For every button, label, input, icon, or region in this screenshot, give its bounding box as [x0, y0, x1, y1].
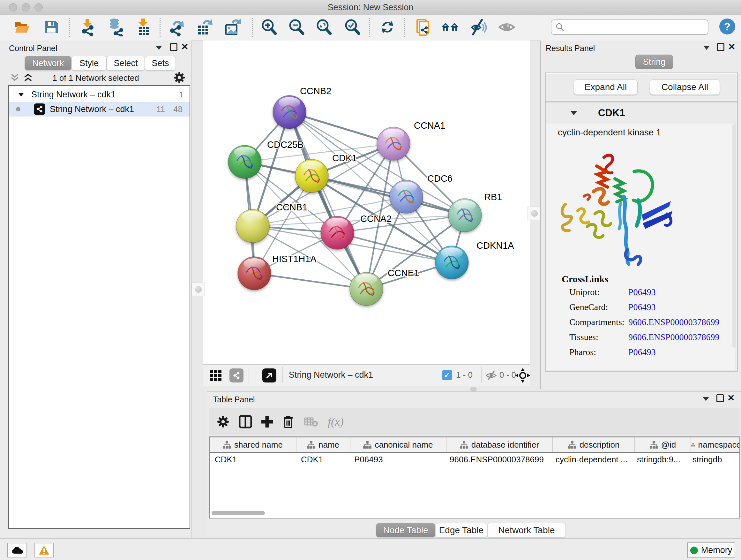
node-CCNA1[interactable] [377, 127, 410, 160]
node-CCNB1[interactable] [236, 209, 269, 243]
entry-collapse-icon[interactable] [570, 111, 577, 115]
left-splitter-handle[interactable] [192, 283, 205, 296]
network-options-gear-icon[interactable] [173, 71, 186, 84]
edge-HIST1H1A-CCNE1[interactable] [254, 273, 366, 289]
edge-RB1-CCNB1[interactable] [253, 215, 465, 226]
node-CCNA2[interactable] [321, 216, 354, 249]
share-document-icon[interactable] [414, 17, 434, 37]
column-header-shared-name[interactable]: shared name [210, 437, 296, 452]
table-horizontal-scrollbar[interactable] [212, 511, 265, 515]
collapse-all-networks-icon[interactable] [10, 72, 20, 83]
hide-eye-icon[interactable] [469, 17, 489, 37]
save-session-icon[interactable] [42, 17, 61, 37]
tab-network[interactable]: Network [24, 56, 71, 71]
refresh-icon[interactable] [378, 17, 397, 37]
node-CDC6[interactable] [390, 180, 423, 213]
column-header-name[interactable]: name [296, 437, 350, 452]
node-CCNB2[interactable] [273, 96, 306, 129]
results-scrollbar[interactable] [732, 124, 736, 348]
cell-database-identifier[interactable]: 9606.ENSP00000378699 [445, 453, 550, 466]
fit-content-crosshair-icon[interactable] [515, 368, 530, 383]
network-row-selected[interactable]: String Network – cdk1 11 48 [9, 102, 190, 117]
delete-column-icon[interactable] [281, 415, 295, 429]
collapse-all-button[interactable]: Collapse All [650, 79, 720, 95]
export-network-icon[interactable] [168, 17, 188, 37]
open-in-new-window-icon[interactable] [262, 368, 276, 382]
network-canvas[interactable]: CCNB2CCNA1CDC25BCDK1CDC6RB1CCNB1CCNA2CDK… [203, 41, 530, 364]
search-field[interactable] [551, 19, 709, 35]
search-input[interactable] [567, 22, 708, 32]
crosslink-link[interactable]: P06493 [628, 302, 656, 312]
cell-description[interactable]: cyclin-dependent ... [550, 453, 632, 466]
control-panel-float-icon[interactable] [170, 43, 178, 51]
selected-checkbox[interactable]: ✓ [442, 370, 452, 380]
tab-select[interactable]: Select [107, 56, 145, 71]
tab-string[interactable]: String [635, 55, 673, 69]
hidden-eye-icon[interactable] [485, 370, 497, 381]
results-panel-menu-icon[interactable] [703, 46, 710, 50]
node-CDK1[interactable] [295, 159, 328, 192]
node-CDKN1A[interactable] [435, 246, 468, 279]
network-collection-row[interactable]: String Network – cdk1 1 [9, 87, 190, 102]
crosslink-link[interactable]: 9606.ENSP00000378699 [628, 317, 719, 327]
node-CDC25B[interactable] [228, 145, 261, 179]
open-session-icon[interactable] [12, 17, 32, 37]
column-header-@id[interactable]: @id [635, 437, 691, 452]
export-image-icon[interactable] [222, 17, 242, 37]
add-column-icon[interactable] [260, 415, 274, 429]
node-CCNE1[interactable] [350, 272, 383, 306]
right-splitter-handle[interactable] [528, 206, 541, 220]
entry-header[interactable]: CDK1 [546, 103, 737, 124]
zoom-out-icon[interactable] [286, 17, 307, 37]
column-header-canonical-name[interactable]: canonical name [350, 437, 447, 452]
cell-namespace[interactable]: stringdb [687, 453, 737, 466]
cell-@id[interactable]: stringdb:9... [632, 453, 687, 466]
tab-sets[interactable]: Sets [145, 56, 176, 71]
column-header-description[interactable]: description [553, 437, 635, 452]
crosslink-link[interactable]: P06493 [628, 347, 656, 357]
bottom-splitter-handle[interactable] [470, 387, 477, 391]
expand-all-networks-icon[interactable] [23, 72, 33, 83]
table-panel-float-icon[interactable] [717, 394, 724, 402]
import-table-file-icon[interactable] [133, 17, 153, 37]
crosslink-link[interactable]: P06493 [628, 287, 656, 297]
crosslink-link[interactable]: 9606.ENSP00000378699 [628, 332, 719, 342]
zoom-selected-icon[interactable] [342, 17, 362, 37]
tab-node-table[interactable]: Node Table [376, 523, 435, 538]
tab-style[interactable]: Style [71, 56, 107, 71]
home-icon[interactable] [441, 17, 460, 37]
results-panel-close-icon[interactable]: ✕ [728, 43, 735, 51]
node-RB1[interactable] [448, 199, 482, 232]
import-network-file-icon[interactable] [77, 17, 97, 37]
table-panel-menu-icon[interactable] [703, 397, 709, 401]
table-row[interactable]: CDK1CDK1P064939606.ENSP00000378699cyclin… [210, 453, 739, 466]
control-panel-menu-icon[interactable] [156, 46, 162, 50]
tab-network-table[interactable]: Network Table [487, 523, 566, 538]
zoom-fit-icon[interactable] [314, 17, 334, 37]
warnings-button[interactable] [35, 543, 54, 557]
help-button[interactable]: ? [719, 18, 735, 35]
table-gear-icon[interactable] [216, 415, 230, 429]
show-columns-icon[interactable] [238, 415, 253, 429]
cell-name[interactable]: CDK1 [296, 453, 349, 466]
column-type-icon [307, 441, 315, 449]
column-header-database-identifier[interactable]: database identifier [447, 437, 553, 452]
network-graph[interactable]: CCNB2CCNA1CDC25BCDK1CDC6RB1CCNB1CCNA2CDK… [203, 41, 530, 364]
expand-all-button[interactable]: Expand All [574, 79, 637, 95]
control-panel-close-icon[interactable]: ✕ [181, 43, 188, 51]
tab-edge-table[interactable]: Edge Table [435, 523, 487, 538]
import-network-database-icon[interactable] [105, 17, 125, 37]
cloud-button[interactable] [7, 543, 27, 557]
zoom-in-icon[interactable] [259, 17, 279, 37]
table-panel-close-icon[interactable]: ✕ [727, 394, 735, 402]
column-header-namespace[interactable]: namespace [691, 437, 740, 452]
node-HIST1H1A[interactable] [238, 257, 271, 290]
export-table-icon[interactable] [195, 17, 214, 37]
birdseye-grid-icon[interactable] [210, 369, 222, 381]
network-share-icon[interactable] [229, 368, 244, 382]
cell-shared-name[interactable]: CDK1 [210, 453, 296, 466]
cell-canonical-name[interactable]: P06493 [349, 453, 445, 466]
memory-button[interactable]: Memory [687, 543, 735, 558]
collection-expand-icon[interactable] [18, 92, 24, 96]
results-panel-float-icon[interactable] [717, 43, 724, 51]
